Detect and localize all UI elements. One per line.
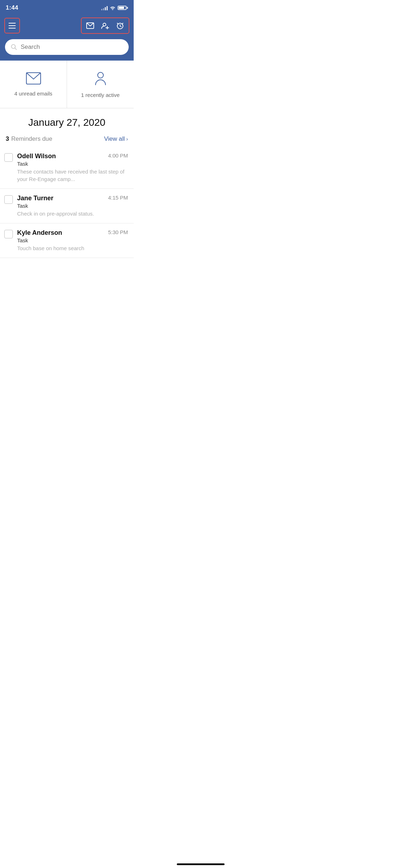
task-content-1: Odell Wilson 4:00 PM Task These contacts… bbox=[17, 153, 128, 183]
nav-bar: Dashboard bbox=[0, 16, 134, 36]
task-name-1: Odell Wilson bbox=[17, 153, 56, 160]
active-stat-label: 1 recently active bbox=[81, 92, 119, 98]
svg-line-8 bbox=[15, 48, 17, 50]
task-type-1: Task bbox=[17, 161, 128, 167]
task-content-3: Kyle Anderson 5:30 PM Task Touch base on… bbox=[17, 229, 128, 252]
search-icon bbox=[11, 44, 17, 50]
battery-icon bbox=[118, 6, 128, 10]
search-container bbox=[0, 36, 134, 61]
task-desc-3: Touch base on home search bbox=[17, 244, 128, 252]
email-action-button[interactable] bbox=[83, 19, 97, 32]
active-stat-card[interactable]: 1 recently active bbox=[67, 61, 134, 108]
task-time-1: 4:00 PM bbox=[108, 153, 128, 159]
emails-count: 4 bbox=[14, 91, 17, 97]
signal-icon bbox=[101, 5, 108, 10]
task-item[interactable]: Kyle Anderson 5:30 PM Task Touch base on… bbox=[0, 223, 134, 258]
wifi-icon bbox=[110, 6, 115, 10]
task-time-2: 4:15 PM bbox=[108, 195, 128, 201]
status-time: 1:44 bbox=[6, 4, 18, 11]
task-desc-1: These contacts have received the last st… bbox=[17, 168, 128, 183]
alarm-action-button[interactable] bbox=[113, 19, 127, 32]
menu-button[interactable] bbox=[4, 18, 20, 33]
reminders-count: 3 bbox=[6, 135, 9, 143]
task-checkbox-3[interactable] bbox=[4, 230, 13, 238]
active-stat-icon bbox=[94, 71, 107, 88]
status-icons bbox=[101, 5, 128, 10]
chevron-right-icon: › bbox=[126, 136, 128, 142]
emails-stat-label: 4 unread emails bbox=[14, 91, 52, 97]
add-person-icon bbox=[101, 22, 109, 29]
search-box[interactable] bbox=[5, 39, 129, 55]
emails-label-text: unread emails bbox=[19, 91, 52, 97]
svg-point-10 bbox=[98, 72, 103, 78]
svg-line-6 bbox=[122, 23, 123, 24]
alarm-icon bbox=[116, 22, 124, 30]
tasks-list: Odell Wilson 4:00 PM Task These contacts… bbox=[0, 147, 134, 258]
search-input[interactable] bbox=[21, 43, 123, 51]
task-type-3: Task bbox=[17, 237, 128, 243]
active-count: 1 bbox=[81, 92, 84, 98]
view-all-label: View all bbox=[104, 135, 125, 143]
svg-point-1 bbox=[103, 23, 106, 26]
emails-stat-icon bbox=[26, 72, 41, 86]
view-all-button[interactable]: View all › bbox=[104, 135, 128, 143]
svg-line-5 bbox=[117, 23, 118, 24]
task-item[interactable]: Jane Turner 4:15 PM Task Check in on pre… bbox=[0, 189, 134, 223]
task-name-3: Kyle Anderson bbox=[17, 229, 62, 237]
task-type-2: Task bbox=[17, 203, 128, 209]
emails-stat-card[interactable]: 4 unread emails bbox=[0, 61, 67, 108]
task-time-3: 5:30 PM bbox=[108, 229, 128, 235]
email-icon bbox=[86, 22, 94, 29]
add-person-action-button[interactable] bbox=[98, 19, 112, 32]
task-item[interactable]: Odell Wilson 4:00 PM Task These contacts… bbox=[0, 147, 134, 189]
active-label-text: recently active bbox=[86, 92, 120, 98]
task-name-2: Jane Turner bbox=[17, 195, 53, 202]
nav-actions bbox=[81, 17, 129, 34]
hamburger-icon bbox=[9, 23, 16, 29]
date-heading: January 27, 2020 bbox=[6, 117, 128, 128]
reminders-label: Reminders due bbox=[11, 135, 104, 143]
task-checkbox-1[interactable] bbox=[4, 153, 13, 162]
task-content-2: Jane Turner 4:15 PM Task Check in on pre… bbox=[17, 195, 128, 217]
stats-section: 4 unread emails 1 recently active bbox=[0, 61, 134, 108]
date-section: January 27, 2020 bbox=[0, 108, 134, 133]
status-bar: 1:44 bbox=[0, 0, 134, 16]
task-checkbox-2[interactable] bbox=[4, 195, 13, 204]
reminders-header: 3 Reminders due View all › bbox=[0, 133, 134, 147]
task-desc-2: Check in on pre-approval status. bbox=[17, 210, 128, 217]
